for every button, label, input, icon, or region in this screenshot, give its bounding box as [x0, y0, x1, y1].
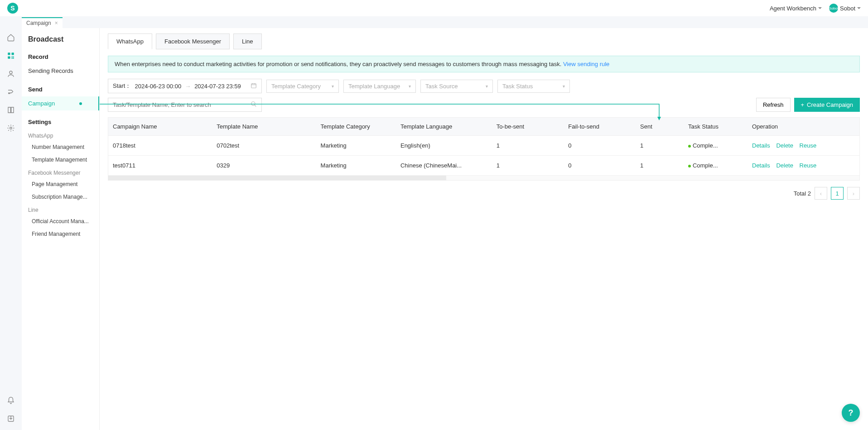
select-placeholder: Task Status [502, 83, 533, 90]
book-icon[interactable] [7, 106, 15, 114]
cell-fail: 0 [564, 156, 636, 176]
details-link[interactable]: Details [752, 162, 770, 169]
start-date-value: 2024-06-23 00:00 [135, 83, 181, 90]
cell-actions: Details Delete Reuse [747, 136, 859, 156]
task-status-select[interactable]: Task Status ▾ [497, 80, 570, 93]
sidebar-item-number-mgmt[interactable]: Number Management [22, 141, 99, 153]
total-label: Total 2 [794, 190, 811, 197]
sidebar-item-official-account[interactable]: Official Account Mana... [22, 215, 99, 228]
template-language-select[interactable]: Template Language ▾ [343, 80, 416, 93]
apps-icon[interactable] [7, 52, 15, 60]
sidebar-item-page-mgmt[interactable]: Page Management [22, 178, 99, 191]
tab-strip: Campaign × [0, 16, 868, 28]
th-fail-to-send: Fail-to-send [564, 118, 636, 136]
svg-point-13 [251, 102, 255, 105]
th-task-status: Task Status [684, 118, 747, 136]
tab-whatsapp[interactable]: WhatsApp [108, 33, 152, 49]
page-number-button[interactable]: 1 [831, 187, 844, 200]
th-template-language: Template Language [396, 118, 492, 136]
chevron-down-icon: ▾ [332, 84, 334, 89]
filter-row: Start： 2024-06-23 00:00 → 2024-07-23 23:… [108, 79, 860, 93]
create-campaign-button[interactable]: + Create Campaign [794, 98, 860, 112]
delete-link[interactable]: Delete [776, 142, 793, 149]
arrow-right-icon: → [185, 83, 191, 90]
gear-icon[interactable] [7, 124, 15, 132]
chevron-down-icon [818, 7, 822, 9]
page-prev-button[interactable]: ‹ [815, 187, 827, 200]
task-source-select[interactable]: Task Source ▾ [420, 80, 493, 93]
view-sending-rule-link[interactable]: View sending rule [563, 61, 609, 67]
svg-point-8 [10, 127, 12, 129]
search-input[interactable] [113, 101, 251, 108]
reuse-link[interactable]: Reuse [800, 162, 817, 169]
svg-rect-0 [8, 53, 10, 55]
refresh-button[interactable]: Refresh [756, 98, 791, 112]
details-link[interactable]: Details [752, 142, 770, 149]
start-label: Start： [113, 82, 131, 90]
cell-status: Comple... [684, 136, 747, 156]
content-area: WhatsApp Facebook Messenger Line When en… [100, 28, 868, 430]
tab-line[interactable]: Line [233, 33, 262, 49]
date-range-picker[interactable]: Start： 2024-06-23 00:00 → 2024-07-23 23:… [108, 79, 262, 93]
home-icon[interactable] [7, 33, 15, 42]
sidebar-group-send: Send [22, 82, 99, 96]
tab-label: Campaign [26, 20, 51, 26]
sidebar-item-subscription-mgmt[interactable]: Subscription Manage... [22, 191, 99, 203]
chevron-down-icon: ▾ [409, 84, 411, 89]
template-category-select[interactable]: Template Category ▾ [266, 80, 339, 93]
cell-status: Comple... [684, 156, 747, 176]
campaign-table: Campaign Name Template Name Template Cat… [108, 117, 860, 181]
table-row: test0711 0329 Marketing Chinese (Chinese… [108, 156, 859, 176]
download-icon[interactable] [7, 415, 15, 423]
workbench-dropdown[interactable]: Agent Workbench [770, 5, 822, 12]
tab-facebook-messenger[interactable]: Facebook Messenger [156, 33, 230, 49]
table-header-row: Campaign Name Template Name Template Cat… [108, 118, 859, 136]
bell-icon[interactable] [7, 397, 15, 405]
search-action-row: Refresh + Create Campaign [108, 98, 860, 112]
top-header: S Agent Workbench Sobot Sobot [0, 0, 868, 16]
cell-to-be-sent: 1 [492, 156, 564, 176]
plus-icon: + [801, 101, 805, 108]
sidebar-subgroup-line: Line [22, 203, 99, 215]
sidebar-item-sending-records[interactable]: Sending Records [22, 64, 99, 78]
delete-link[interactable]: Delete [776, 162, 793, 169]
cell-template-name: 0702test [212, 136, 316, 156]
cell-to-be-sent: 1 [492, 136, 564, 156]
scrollbar-thumb[interactable] [108, 176, 446, 180]
cell-fail: 0 [564, 136, 636, 156]
status-dot-icon [688, 165, 691, 167]
sidebar-item-template-mgmt[interactable]: Template Management [22, 153, 99, 166]
svg-rect-3 [12, 57, 13, 57]
sidebar-item-campaign[interactable]: Campaign [22, 96, 99, 110]
horizontal-scrollbar[interactable] [108, 176, 859, 180]
cell-language: English(en) [396, 136, 492, 156]
reuse-link[interactable]: Reuse [800, 142, 817, 149]
channel-tabs: WhatsApp Facebook Messenger Line [108, 33, 860, 49]
user-icon[interactable] [7, 70, 15, 78]
sidebar-subgroup-whatsapp: WhatsApp [22, 129, 99, 141]
search-icon[interactable] [251, 101, 257, 109]
status-dot-icon [688, 145, 691, 148]
help-bubble-button[interactable]: ? [842, 404, 860, 422]
flow-icon[interactable] [7, 88, 15, 96]
cell-campaign-name: 0718test [108, 136, 212, 156]
select-placeholder: Template Category [271, 83, 321, 90]
svg-rect-4 [13, 57, 14, 57]
svg-rect-5 [12, 58, 13, 59]
user-menu[interactable]: Sobot Sobot [829, 4, 861, 13]
page-next-button[interactable]: › [847, 187, 860, 200]
sidebar-group-settings: Settings [22, 115, 99, 129]
chevron-down-icon: ▾ [486, 84, 488, 89]
svg-rect-6 [13, 58, 14, 59]
tab-campaign[interactable]: Campaign × [22, 17, 63, 28]
sidebar-item-friend-mgmt[interactable]: Friend Management [22, 228, 99, 240]
cell-language: Chinese (ChineseMai... [396, 156, 492, 176]
th-template-category: Template Category [316, 118, 396, 136]
th-sent: Sent [636, 118, 684, 136]
select-placeholder: Task Source [425, 83, 458, 90]
username-label: Sobot [840, 5, 855, 12]
calendar-icon [251, 82, 257, 90]
close-icon[interactable]: × [55, 20, 58, 26]
cell-sent: 1 [636, 136, 684, 156]
help-icon: ? [849, 408, 854, 418]
